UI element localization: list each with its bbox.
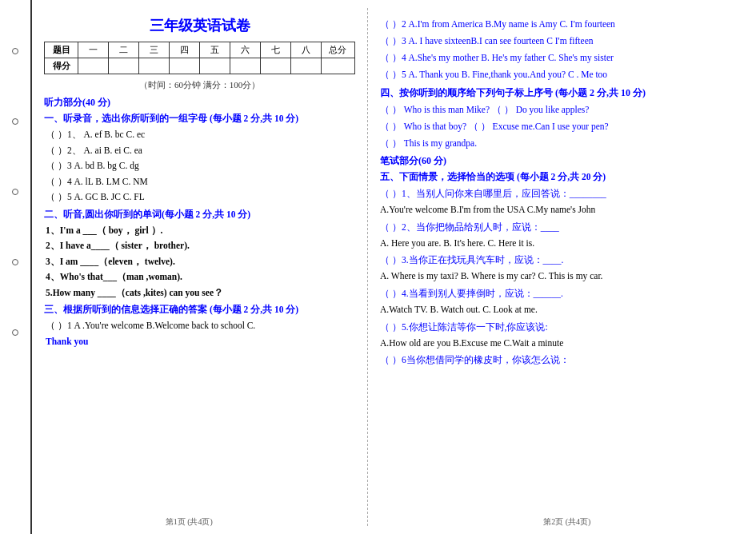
- content-area: 三年级英语试卷 题目 一 二 三 四 五 六 七 八 总分 得分: [32, 0, 756, 534]
- q7: 2、I have a____（ sister， brother).: [46, 238, 355, 254]
- q11b: Thank you: [46, 334, 355, 350]
- left-margin: [0, 0, 32, 534]
- ord2: （ ） Who is that boy? （ ） Excuse me.Can I…: [380, 118, 728, 134]
- sub-section-2: 二、听音,圆出你听到的单词(每小题 2 分,共 10 分): [44, 209, 355, 221]
- score-col-3: 三: [139, 42, 170, 58]
- listening-section-header: 听力部分(40 分): [44, 96, 355, 110]
- score-val-6: [230, 58, 260, 74]
- time-info: （时间：60分钟 满分：100分）: [44, 79, 355, 91]
- score-val-5: [199, 58, 230, 74]
- sc2a: A. Here you are. B. It's here. C. Here i…: [380, 236, 728, 252]
- sc4a: A.Watch TV. B. Watch out. C. Look at me.: [380, 302, 728, 318]
- rc-q2: （ ）3 A. I have sixteenB.I can see fourte…: [380, 33, 728, 49]
- left-column: 三年级英语试卷 题目 一 二 三 四 五 六 七 八 总分 得分: [32, 8, 368, 526]
- rc-q4: （ ）5 A. Thank you B. Fine,thank you.And …: [380, 66, 728, 82]
- score-val-3: [139, 58, 170, 74]
- footer-page-right: 第2页 (共4页): [543, 516, 590, 528]
- score-val-2: [109, 58, 139, 74]
- rc-q3: （ ）4 A.She's my mother B. He's my father…: [380, 50, 728, 66]
- sc5: （ ）5.你想让陈洁等你一下时,你应该说:: [380, 319, 728, 335]
- score-col-8: 八: [290, 42, 321, 58]
- rc-q1: （ ）2 A.I'm from America B.My name is Amy…: [380, 16, 728, 32]
- sc1a: A.You're welcome B.I'm from the USA C.My…: [380, 202, 728, 218]
- sub-section-3: 三、根据所听到的信息选择正确的答案 (每小题 2 分,共 10 分): [44, 304, 355, 316]
- score-col-2: 二: [109, 42, 139, 58]
- sc1: （ ）1、当别人问你来自哪里后，应回答说：________: [380, 185, 728, 201]
- sub-section-1: 一、听录音，选出你所听到的一组字母 (每小题 2 分,共 10 分): [44, 113, 355, 125]
- q10: 5.How many ____（cats ,kites) can you see…: [46, 285, 355, 301]
- q4: （ ）4 A. lL B. LM C. NM: [46, 174, 355, 190]
- q6: 1、I'm a ___（ boy， girl ）.: [46, 223, 355, 239]
- score-col-1: 一: [78, 42, 109, 58]
- exam-title: 三年级英语试卷: [44, 16, 355, 35]
- margin-dot-4: [12, 259, 18, 265]
- q11: （ ）1 A .You're welcome B.Welcome back to…: [46, 318, 355, 334]
- score-table-topic-label: 题目: [45, 42, 78, 58]
- score-col-total: 总分: [321, 42, 354, 58]
- sc3: （ ）3.当你正在找玩具汽车时，应说：____.: [380, 252, 728, 268]
- q9: 4、Who's that___（man ,woman).: [46, 269, 355, 285]
- score-col-4: 四: [170, 42, 200, 58]
- ord3: （ ） This is my grandpa.: [380, 135, 728, 151]
- score-col-6: 六: [230, 42, 260, 58]
- sc4: （ ）4.当看到别人要摔倒时，应说：______.: [380, 285, 728, 301]
- sc3a: A. Where is my taxi? B. Where is my car?…: [380, 269, 728, 285]
- sc2: （ ）2、当你把物品给别人时，应说：____: [380, 219, 728, 235]
- q5: （ ）5 A. GC B. JC C. FL: [46, 189, 355, 205]
- score-val-4: [170, 58, 200, 74]
- score-val-total: [321, 58, 354, 74]
- q8: 3、I am ____（eleven， twelve).: [46, 254, 355, 270]
- sc5a: A.How old are you B.Excuse me C.Wait a m…: [380, 336, 728, 352]
- q2: （ ）2、 A. ai B. ei C. ea: [46, 143, 355, 159]
- rc-section2-header: 四、按你听到的顺序给下列句子标上序号 (每小题 2 分,共 10 分): [380, 86, 728, 100]
- footer-page-left: 第1页 (共4页): [166, 516, 213, 528]
- sc6: （ ）6当你想借同学的橡皮时，你该怎么说：: [380, 352, 728, 368]
- right-column: （ ）2 A.I'm from America B.My name is Amy…: [368, 8, 740, 526]
- page-footer: 第1页 (共4页) 第2页 (共4页): [0, 516, 756, 528]
- score-col-5: 五: [199, 42, 230, 58]
- rc-section3-header: 笔试部分(60 分): [380, 154, 728, 168]
- q3: （ ）3 A. bd B. bg C. dg: [46, 158, 355, 174]
- margin-dot-2: [12, 118, 18, 125]
- score-val-8: [290, 58, 321, 74]
- q1: （ ）1、 A. ef B. bc C. ec: [46, 127, 355, 143]
- score-val-1: [78, 58, 109, 74]
- margin-dot-3: [12, 189, 18, 195]
- score-table-score-label: 得分: [45, 58, 78, 74]
- margin-dot-5: [12, 329, 18, 336]
- margin-dot-1: [12, 48, 18, 54]
- score-table: 题目 一 二 三 四 五 六 七 八 总分 得分: [44, 42, 355, 74]
- score-val-7: [260, 58, 290, 74]
- ord1: （ ） Who is this man Mike? （ ） Do you lik…: [380, 102, 728, 118]
- score-col-7: 七: [260, 42, 290, 58]
- rc-sub4: 五、下面情景，选择恰当的选项 (每小题 2 分,共 20 分): [380, 171, 728, 183]
